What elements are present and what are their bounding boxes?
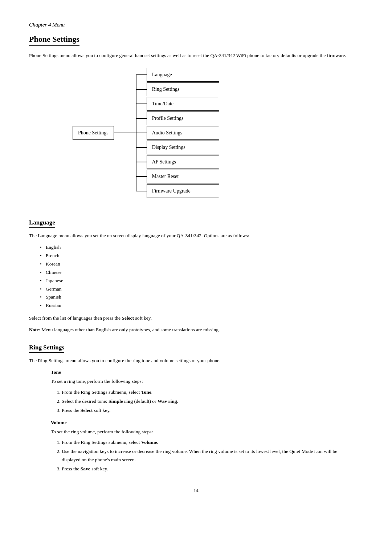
list-item: English	[40, 243, 363, 252]
connector-line	[114, 133, 136, 133]
menu-item-row: Time/Date	[136, 97, 219, 111]
language-select-note: Select from the list of languages then p…	[29, 314, 356, 322]
page-number: 14	[29, 488, 363, 494]
tone-body: To set a ring tone, perform the followin…	[51, 377, 356, 385]
intro-text: Phone Settings menu allows you to config…	[29, 52, 356, 59]
list-item: Select the desired tone: Simple ring (de…	[62, 397, 356, 406]
menu-items-column: LanguageRing SettingsTime/DateProfile Se…	[136, 68, 219, 198]
list-item: Korean	[40, 260, 363, 268]
menu-item-tick	[136, 104, 147, 104]
menu-item-row: Firmware Upgrade	[136, 184, 219, 198]
menu-item-box: AP Settings	[147, 155, 219, 169]
list-item: French	[40, 252, 363, 260]
list-item: From the Ring Settings submenu, select V…	[62, 438, 356, 447]
menu-item-row: Display Settings	[136, 141, 219, 154]
section-heading-ring-settings: Ring Settings	[29, 344, 64, 353]
subsection-heading-volume: Volume	[51, 420, 363, 426]
ring-settings-intro: The Ring Settings menu allows you to con…	[29, 357, 356, 365]
phone-settings-root-box: Phone Settings	[73, 126, 114, 140]
menu-item-row: Language	[136, 68, 219, 82]
list-item: Russian	[40, 301, 363, 310]
list-item: Japanese	[40, 277, 363, 285]
menu-item-tick	[136, 147, 147, 148]
volume-body: To set the ring volume, perform the foll…	[51, 428, 356, 436]
menu-item-tick	[136, 118, 147, 119]
menu-item-box: Time/Date	[147, 97, 219, 111]
section-ring-settings: Ring Settings The Ring Settings menu all…	[29, 334, 363, 473]
menu-diagram: Phone Settings LanguageRing SettingsTime…	[73, 68, 319, 198]
menu-item-box: Audio Settings	[147, 126, 219, 140]
list-item: Chinese	[40, 268, 363, 277]
menu-item-tick	[136, 89, 147, 90]
section-language: Language The Language menu allows you se…	[29, 209, 363, 333]
chapter-label: Chapter 4 Menu	[29, 22, 363, 28]
menu-item-row: Audio Settings	[136, 126, 219, 140]
section-heading-language: Language	[29, 219, 55, 228]
list-item: Spanish	[40, 293, 363, 301]
menu-item-tick	[136, 74, 147, 75]
language-note: Note: Menu languages other than English …	[29, 326, 356, 334]
subsection-heading-tone: Tone	[51, 369, 363, 375]
menu-item-box: Ring Settings	[147, 82, 219, 96]
menu-item-tick	[136, 191, 147, 191]
menu-item-tick	[136, 162, 147, 162]
menu-item-tick	[136, 176, 147, 177]
menu-item-box: Master Reset	[147, 170, 219, 183]
list-item: From the Ring Settings submenu, select T…	[62, 388, 356, 397]
menu-item-box: Display Settings	[147, 141, 219, 154]
list-item: Press the Select soft key.	[62, 406, 356, 415]
menu-item-box: Language	[147, 68, 219, 82]
menu-item-box: Firmware Upgrade	[147, 184, 219, 198]
menu-item-row: Ring Settings	[136, 82, 219, 96]
list-item: Press the Save soft key.	[62, 465, 356, 473]
menu-item-row: Profile Settings	[136, 112, 219, 125]
menu-item-row: AP Settings	[136, 155, 219, 169]
menu-item-tick	[136, 133, 147, 133]
menu-item-row: Master Reset	[136, 170, 219, 183]
tone-steps: From the Ring Settings submenu, select T…	[62, 388, 356, 415]
page-title: Phone Settings	[29, 35, 79, 46]
language-bullet-list: English French Korean Chinese Japanese G…	[40, 243, 363, 310]
volume-steps: From the Ring Settings submenu, select V…	[62, 438, 356, 473]
list-item: Use the navigation keys to increase or d…	[62, 447, 356, 464]
menu-item-box: Profile Settings	[147, 112, 219, 125]
language-intro: The Language menu allows you set the on …	[29, 232, 356, 240]
list-item: German	[40, 285, 363, 293]
